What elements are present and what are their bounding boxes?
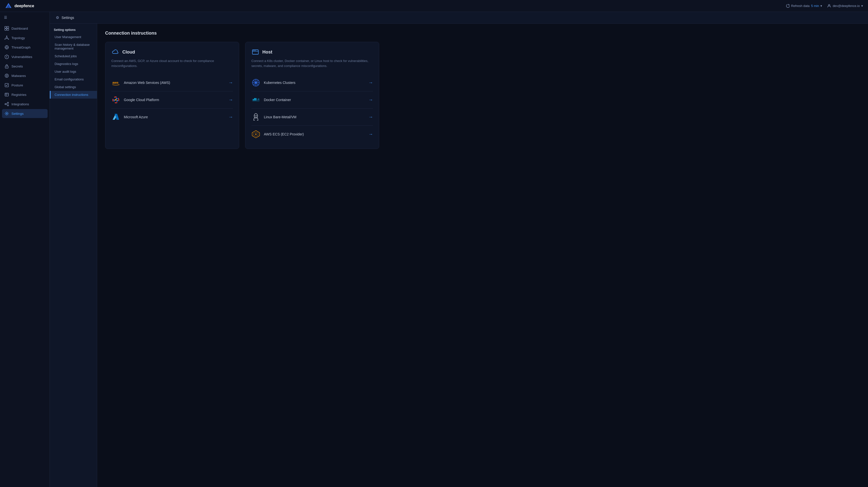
svg-point-39 <box>115 99 117 101</box>
docker-connection-item[interactable]: Docker Container → <box>251 91 373 108</box>
kubernetes-connection-item[interactable]: Kubernetes Clusters → <box>251 74 373 91</box>
kubernetes-icon <box>251 78 260 87</box>
content-area: ⚙ Settings Setting options User Manageme… <box>50 12 868 487</box>
svg-point-2 <box>828 4 830 6</box>
settings-nav-scheduled-jobs[interactable]: Scheduled jobs <box>50 52 97 60</box>
main-content-title: Connection instructions <box>105 31 860 36</box>
topbar: deepfence Refresh data 5 min ▾ dev@deepf… <box>0 0 868 12</box>
settings-sidebar: Setting options User Management Scan his… <box>50 24 97 487</box>
registries-icon <box>4 92 9 97</box>
sidebar-item-threatgraph[interactable]: ThreatGraph <box>2 43 48 52</box>
gcp-connection-left: Google Cloud Platform <box>112 95 159 104</box>
svg-rect-4 <box>7 26 9 28</box>
integrations-icon <box>4 102 9 106</box>
sidebar-item-label: Dashboard <box>11 27 28 30</box>
svg-point-29 <box>5 104 6 105</box>
sidebar-item-malwares[interactable]: Malwares <box>2 71 48 80</box>
topbar-left: deepfence <box>5 2 34 9</box>
linux-connection-label: Linux Bare-Metal/VM <box>264 115 297 119</box>
settings-nav-scan-history[interactable]: Scan history & database management <box>50 41 97 52</box>
docker-connection-arrow-icon: → <box>369 97 373 103</box>
sidebar-toggle[interactable]: ☰ <box>0 12 50 23</box>
sidebar-item-label: Secrets <box>11 64 23 68</box>
topbar-right: Refresh data 5 min ▾ dev@deepfence.io ▾ <box>785 4 863 8</box>
svg-point-31 <box>7 105 9 106</box>
svg-marker-36 <box>119 84 119 85</box>
linux-connection-arrow-icon: → <box>369 115 373 120</box>
svg-rect-59 <box>253 99 254 100</box>
refresh-chevron-icon: ▾ <box>820 4 822 8</box>
sidebar-item-label: Settings <box>11 112 24 116</box>
app-name: deepfence <box>14 4 34 8</box>
settings-section-title: Setting options <box>50 26 97 33</box>
sidebar-item-label: Topology <box>11 36 25 40</box>
sidebar-item-registries[interactable]: Registries <box>2 90 48 99</box>
host-card-desc: Connect a K8s cluster, Docker container,… <box>251 59 373 68</box>
svg-point-65 <box>255 115 256 116</box>
azure-connection-left: Microsoft Azure <box>112 112 148 122</box>
user-menu[interactable]: dev@deepfence.io ▾ <box>827 4 863 8</box>
host-card-header: Host <box>251 48 373 56</box>
deepfence-logo-icon <box>5 2 12 9</box>
sub-layout: Setting options User Management Scan his… <box>50 24 868 487</box>
gcp-connection-arrow-icon: → <box>228 97 233 103</box>
svg-point-64 <box>254 113 258 118</box>
docker-connection-label: Docker Container <box>264 98 291 102</box>
refresh-icon <box>785 4 789 8</box>
cards-grid: Cloud Connect an AWS, GCP, or Azure clou… <box>105 42 379 149</box>
sidebar: ☰ Dashboard <box>0 12 50 487</box>
sidebar-item-label: Registries <box>11 93 26 97</box>
sidebar-item-posture[interactable]: Posture <box>2 81 48 90</box>
ecs-connection-label: AWS ECS (EC2 Provider) <box>264 132 304 136</box>
settings-nav-user-management[interactable]: User Management <box>50 33 97 41</box>
svg-point-23 <box>6 67 7 67</box>
svg-point-46 <box>255 50 256 51</box>
linux-connection-item[interactable]: Linux Bare-Metal/VM → <box>251 108 373 126</box>
user-icon <box>827 4 831 8</box>
settings-nav-connection-instructions[interactable]: Connection instructions <box>50 91 97 99</box>
svg-line-13 <box>5 38 6 39</box>
sidebar-item-label: Vulnerabilities <box>11 55 32 59</box>
topology-icon <box>4 36 9 40</box>
ecs-connection-item[interactable]: AWS ECS (EC2 Provider) → <box>251 126 373 143</box>
settings-nav-global-settings[interactable]: Global settings <box>50 83 97 91</box>
svg-rect-3 <box>5 26 6 28</box>
settings-icon <box>4 111 9 116</box>
sidebar-item-secrets[interactable]: Secrets <box>2 62 48 71</box>
svg-rect-61 <box>255 99 256 100</box>
gcp-connection-item[interactable]: Google Cloud Platform → <box>112 91 233 108</box>
secrets-icon <box>4 64 9 68</box>
page-header-title: Settings <box>62 16 74 20</box>
gcp-connection-label: Google Cloud Platform <box>124 98 159 102</box>
azure-connection-item[interactable]: Microsoft Azure → <box>112 108 233 126</box>
sidebar-item-dashboard[interactable]: Dashboard <box>2 24 48 33</box>
svg-point-7 <box>6 37 7 39</box>
svg-point-9 <box>8 39 9 40</box>
azure-icon <box>112 112 120 122</box>
svg-point-45 <box>254 50 255 51</box>
settings-nav-diagnostics-logs[interactable]: Diagnostics logs <box>50 60 97 68</box>
sidebar-item-integrations[interactable]: Integrations <box>2 100 48 108</box>
cloud-card-header: Cloud <box>112 48 233 56</box>
sidebar-item-settings[interactable]: Settings <box>2 109 48 118</box>
sidebar-item-vulnerabilities[interactable]: Vulnerabilities <box>2 52 48 61</box>
refresh-label: Refresh data <box>791 4 809 8</box>
svg-point-67 <box>255 133 257 135</box>
malwares-icon <box>4 73 9 78</box>
refresh-control[interactable]: Refresh data 5 min ▾ <box>785 4 822 8</box>
sidebar-item-label: Malwares <box>11 74 26 78</box>
posture-icon <box>4 83 9 87</box>
settings-nav-email-configurations[interactable]: Email configurations <box>50 75 97 83</box>
svg-point-10 <box>5 39 5 40</box>
svg-point-21 <box>6 58 7 58</box>
sidebar-item-topology[interactable]: Topology <box>2 33 48 42</box>
settings-nav-user-audit-logs[interactable]: User audit logs <box>50 68 97 75</box>
aws-connection-left: aws Amazon Web Services (AWS) <box>112 78 170 87</box>
sidebar-item-label: Integrations <box>11 102 29 106</box>
aws-connection-item[interactable]: aws Amazon Web Services (AWS) → <box>112 74 233 91</box>
svg-line-32 <box>6 103 7 104</box>
svg-point-66 <box>256 115 257 116</box>
svg-point-8 <box>6 36 7 37</box>
main-layout: ☰ Dashboard <box>0 12 868 487</box>
refresh-interval: 5 min <box>811 4 819 8</box>
